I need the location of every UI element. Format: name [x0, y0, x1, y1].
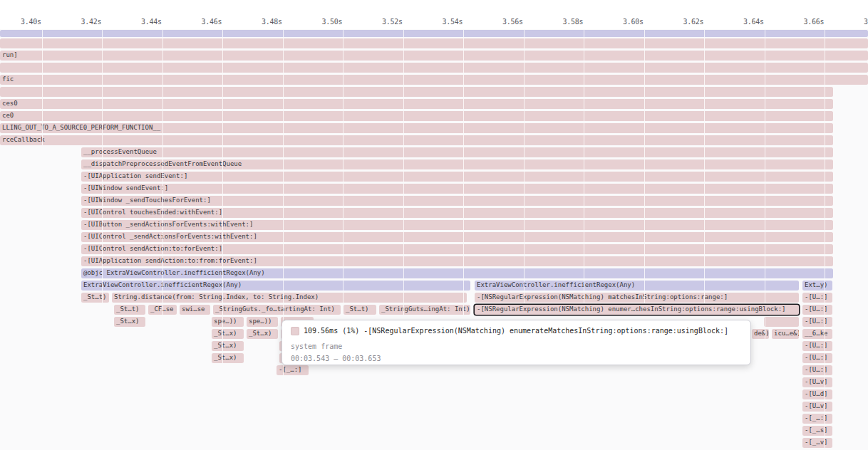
- time-tick-label: 3.58s: [539, 18, 583, 26]
- time-tick-label: 3.68s: [840, 18, 868, 26]
- stack-frame[interactable]: _St…x): [212, 329, 244, 339]
- stack-frame[interactable]: spe…)): [247, 317, 278, 327]
- frame-tooltip: 109.56ms (1%) -[NSRegularExpression(NSMa…: [281, 320, 751, 365]
- stack-frame[interactable]: _StringGuts._fo…tartingAt: Int): [213, 305, 341, 315]
- stack-frame[interactable]: _St…t): [343, 305, 376, 315]
- stack-frame[interactable]: -[UIButton _sendActionsForEvents:withEve…: [81, 220, 833, 230]
- stack-frame[interactable]: -[U…:]: [802, 317, 832, 327]
- gridline: [704, 29, 705, 450]
- frame-label: -[NSRegularExpression(NSMatching) enumer…: [477, 305, 785, 313]
- gridline: [584, 29, 584, 450]
- frame-label: swi…se: [182, 305, 205, 313]
- frame-label: de&): [754, 330, 769, 337]
- stack-frame[interactable]: _StringGuts…ingAt: Int): [379, 305, 470, 315]
- stack-frame[interactable]: String.distance(from: String.Index, to: …: [112, 293, 467, 303]
- tooltip-duration: 109.56ms (1%): [304, 326, 359, 335]
- stack-frame[interactable]: -[U…:]: [802, 353, 832, 363]
- time-tick-label: 3.60s: [599, 18, 644, 26]
- stack-frame[interactable]: _St…x): [212, 353, 244, 363]
- stack-frame[interactable]: -[U…:]: [802, 305, 832, 315]
- gridline: [222, 29, 223, 450]
- stack-frame[interactable]: rceCallback: [0, 135, 833, 145]
- stack-frame[interactable]: fic: [0, 75, 868, 85]
- stack-frame[interactable]: _St…x): [247, 329, 278, 339]
- stack-frame[interactable]: ExtraViewController.inefficientRegex(Any…: [81, 281, 470, 291]
- time-tick-label: 3.40s: [0, 18, 41, 26]
- stack-frame[interactable]: [0, 87, 833, 97]
- stack-frame[interactable]: -[UIControl _sendActionsForEvents:withEv…: [81, 232, 833, 242]
- stack-frame[interactable]: _St…x): [114, 317, 145, 327]
- stack-frame[interactable]: -[UIApplication sendEvent:]: [81, 172, 833, 182]
- flame-graph-view: 3.40s3.42s3.44s3.46s3.48s3.50s3.52s3.54s…: [0, 0, 868, 450]
- stack-frame[interactable]: ces0: [0, 99, 833, 109]
- frame-label: _StringGuts…ingAt: Int): [381, 305, 470, 313]
- stack-frame[interactable]: __dispatchPreprocessedEventFromEventQueu…: [81, 159, 833, 169]
- stack-frame[interactable]: [764, 317, 799, 327]
- gridline: [463, 29, 464, 450]
- stack-frame[interactable]: -[U…:]: [802, 341, 832, 351]
- stack-frame[interactable]: swi…se: [180, 305, 210, 315]
- stack-frame[interactable]: icu…e&): [772, 329, 799, 339]
- gridline: [42, 29, 43, 450]
- tooltip-frame-name: -[NSRegularExpression(NSMatching) enumer…: [363, 326, 728, 335]
- stack-frame[interactable]: [0, 38, 868, 48]
- stack-frame[interactable]: _St…t): [81, 293, 109, 303]
- frame-label: ExtraViewController.inefficientRegex(Any…: [477, 281, 635, 288]
- stack-frame[interactable]: @objc ExtraViewController.inefficientReg…: [81, 268, 833, 278]
- stack-frame[interactable]: [0, 63, 868, 73]
- stack-frame[interactable]: -[UIControl touchesEnded:withEvent:]: [81, 208, 833, 218]
- stack-frame[interactable]: _St…t): [114, 305, 145, 315]
- time-tick-label: 3.42s: [57, 18, 101, 26]
- time-tick-label: 3.64s: [720, 18, 764, 26]
- stack-frame[interactable]: -[U…v]: [802, 402, 832, 412]
- stack-frame[interactable]: [0, 30, 868, 37]
- frame-label: _St…t): [346, 305, 369, 313]
- frame-label: -[UIWindow sendEvent:]: [83, 184, 168, 192]
- tooltip-header: 109.56ms (1%) -[NSRegularExpression(NSMa…: [291, 326, 742, 335]
- stack-frame[interactable]: -[_…s]: [802, 426, 832, 436]
- stack-frame[interactable]: -[_…v]: [802, 438, 832, 448]
- gridline: [283, 29, 284, 450]
- tooltip-frame-kind: system frame: [291, 342, 742, 351]
- stack-frame[interactable]: ce0: [0, 111, 833, 121]
- stack-frame[interactable]: __6…ke: [802, 329, 832, 339]
- gridline: [524, 29, 525, 450]
- stack-frame[interactable]: Ext…y): [802, 281, 832, 291]
- stack-frame[interactable]: -[U…:]: [802, 365, 832, 375]
- stack-frame[interactable]: run]: [0, 51, 868, 61]
- stack-frame[interactable]: spe…)): [212, 317, 244, 327]
- stack-frame-selected[interactable]: -[NSRegularExpression(NSMatching) enumer…: [475, 305, 799, 315]
- frame-label: ce0: [2, 112, 14, 119]
- frame-label: @objc ExtraViewController.inefficientReg…: [83, 269, 265, 276]
- stack-frame[interactable]: LLING_OUT_TO_A_SOURCE0_PERFORM_FUNCTION_…: [0, 123, 833, 133]
- frame-label: -[NSRegularExpression(NSMatching) matche…: [477, 293, 728, 300]
- time-tick-label: 3.52s: [358, 18, 403, 26]
- stack-frame[interactable]: __processEventQueue: [81, 147, 833, 157]
- stack-frame[interactable]: de&): [752, 329, 769, 339]
- frame-label: String.distance(from: String.Index, to: …: [114, 293, 319, 300]
- stack-frame[interactable]: -[U…v]: [802, 377, 832, 387]
- frame-label: _StringGuts._fo…tartingAt: Int): [215, 305, 335, 313]
- stack-frame[interactable]: _St…x): [212, 341, 244, 351]
- frame-label: rceCallback: [2, 136, 45, 143]
- frame-label: LLING_OUT_TO_A_SOURCE0_PERFORM_FUNCTION_…: [2, 124, 160, 131]
- stack-frame[interactable]: -[_…:]: [802, 414, 832, 424]
- frame-label: spe…)): [214, 318, 237, 325]
- frame-label: _St…t): [83, 293, 107, 300]
- stack-frame[interactable]: -[UIControl sendAction:to:forEvent:]: [81, 244, 833, 254]
- stack-frame[interactable]: -[UIWindow sendEvent:]: [81, 184, 833, 194]
- frame-label: -[UIApplication sendAction:to:from:forEv…: [83, 257, 257, 264]
- gridline: [825, 29, 825, 450]
- frame-label: ces0: [2, 100, 18, 107]
- gridline: [162, 29, 163, 450]
- time-tick-label: 3.66s: [780, 18, 824, 26]
- stack-frame[interactable]: -[U…d]: [802, 389, 832, 399]
- time-tick-label: 3.48s: [238, 18, 282, 26]
- stack-frame[interactable]: -[_…:]: [277, 365, 309, 375]
- stack-frame[interactable]: -[UIWindow _sendTouchesForEvent:]: [81, 196, 833, 206]
- frame-label: _St…x): [214, 330, 237, 337]
- tooltip-time-range: 00:03.543 — 00:03.653: [291, 354, 742, 363]
- stack-frame[interactable]: -[UIApplication sendAction:to:from:forEv…: [81, 256, 833, 266]
- gridline: [765, 29, 765, 450]
- stack-frame[interactable]: -[U…:]: [802, 293, 832, 303]
